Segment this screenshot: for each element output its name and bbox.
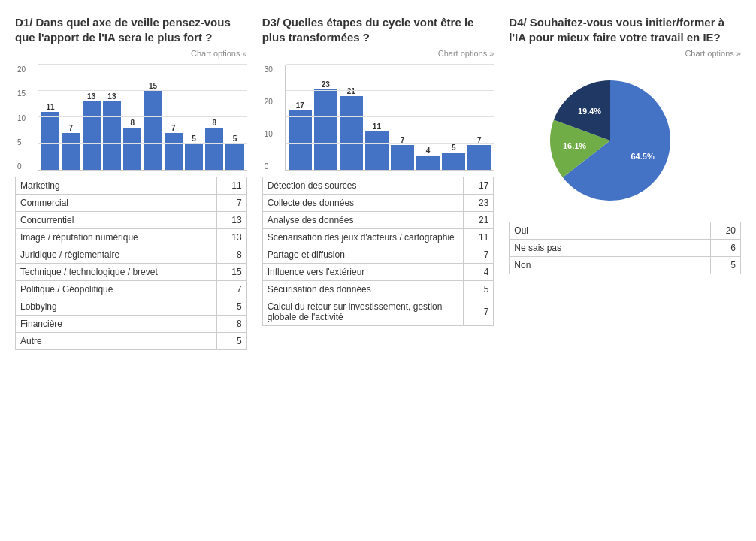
y-label: 5 <box>17 138 26 147</box>
bar-group: 7 <box>62 124 80 170</box>
table-row: Autre5 <box>16 333 247 350</box>
pie-label: 64.5% <box>631 152 654 161</box>
row-label: Oui <box>510 222 711 240</box>
row-value: 5 <box>464 281 494 298</box>
grid-line <box>286 116 494 117</box>
table-row: Image / réputation numérique13 <box>16 229 247 246</box>
row-label: Marketing <box>16 177 217 195</box>
d4-table: Oui20Ne sais pas6Non5 <box>509 222 741 274</box>
bar <box>185 144 203 170</box>
bar <box>416 156 440 170</box>
table-row: Calcul du retour sur investissement, ges… <box>262 298 494 326</box>
row-value: 4 <box>464 264 494 281</box>
row-value: 7 <box>464 246 494 264</box>
row-label: Ne sais pas <box>510 240 711 257</box>
bar <box>62 133 80 170</box>
d1-y-axis-area: 2015105011713138157585 <box>15 65 247 171</box>
row-value: 13 <box>216 212 246 229</box>
bar-group: 11 <box>41 103 59 170</box>
bar-group: 7 <box>391 136 414 170</box>
bar <box>289 110 312 170</box>
row-label: Autre <box>16 333 217 350</box>
row-value: 8 <box>216 246 246 264</box>
d1-chart-options[interactable]: Chart options » <box>15 49 247 58</box>
bar <box>365 131 389 170</box>
table-row: Ne sais pas6 <box>510 240 741 257</box>
y-axis-labels: 3020100 <box>265 65 273 171</box>
row-label: Partage et diffusion <box>262 246 464 264</box>
bar <box>314 89 337 170</box>
d3-chart-options[interactable]: Chart options » <box>262 49 494 58</box>
bar <box>442 153 465 170</box>
table-row: Influence vers l'extérieur4 <box>262 264 494 281</box>
y-label: 0 <box>265 162 273 171</box>
table-row: Oui20 <box>510 222 741 240</box>
bar-value-label: 5 <box>192 134 196 143</box>
d4-title: D4/ Souhaitez-vous vous initier/former à… <box>509 15 741 44</box>
row-label: Technique / technologique / brevet <box>16 264 217 281</box>
bar-value-label: 5 <box>233 134 237 143</box>
table-row: Sécurisation des données5 <box>262 281 494 298</box>
d4-chart-options[interactable]: Chart options » <box>509 49 741 58</box>
row-value: 21 <box>464 212 494 229</box>
row-label: Image / réputation numérique <box>16 229 217 246</box>
bar <box>391 145 414 170</box>
row-label: Collecte des données <box>262 195 464 212</box>
row-value: 6 <box>710 240 740 257</box>
d4-pie-chart: 64.5%16.1%19.4% <box>543 73 708 208</box>
y-label: 30 <box>265 65 273 74</box>
y-label: 20 <box>17 65 26 74</box>
table-row: Analyse des données21 <box>262 212 494 229</box>
row-label: Politique / Géopolitique <box>16 281 217 298</box>
row-label: Lobbying <box>16 298 217 316</box>
bar <box>41 112 59 170</box>
row-label: Scénarisation des jeux d'acteurs / carto… <box>262 229 464 246</box>
bars-container: 172321117457 <box>286 65 494 170</box>
row-value: 11 <box>464 229 494 246</box>
d1-chart-wrapper: 2015105011713138157585 <box>15 65 247 171</box>
row-value: 23 <box>464 195 494 212</box>
row-label: Détection des sources <box>262 177 464 195</box>
table-row: Financière8 <box>16 316 247 333</box>
y-label: 20 <box>265 98 273 106</box>
d3-chart-wrapper: 3020100172321117457 <box>262 65 494 171</box>
grid-line <box>38 143 247 144</box>
d4-section: D4/ Souhaitez-vous vous initier/former à… <box>509 15 741 350</box>
table-row: Commercial7 <box>16 195 247 212</box>
d1-title: D1/ Dans quel axe de veille pensez-vous … <box>15 15 247 44</box>
bar-group: 15 <box>144 82 162 170</box>
row-label: Analyse des données <box>262 212 464 229</box>
row-value: 15 <box>216 264 246 281</box>
row-label: Influence vers l'extérieur <box>262 264 464 281</box>
d3-table: Détection des sources17Collecte des donn… <box>262 177 494 326</box>
pie-label: 19.4% <box>578 107 601 116</box>
table-row: Scénarisation des jeux d'acteurs / carto… <box>262 229 494 246</box>
pie-label: 16.1% <box>563 141 586 150</box>
bar-group: 5 <box>442 144 465 170</box>
row-value: 7 <box>216 281 246 298</box>
y-axis-labels: 20151050 <box>17 65 26 171</box>
row-value: 7 <box>464 298 494 326</box>
bars-container: 11713138157585 <box>38 65 247 170</box>
bar-group: 4 <box>416 147 440 170</box>
row-label: Financière <box>16 316 217 333</box>
bar-value-label: 13 <box>107 92 116 101</box>
row-value: 7 <box>216 195 246 212</box>
bar-value-label: 7 <box>171 124 176 132</box>
bar <box>340 96 363 170</box>
bar-group: 11 <box>365 122 389 170</box>
row-label: Commercial <box>16 195 217 212</box>
bar <box>225 144 243 170</box>
table-row: Politique / Géopolitique7 <box>16 281 247 298</box>
row-label: Calcul du retour sur investissement, ges… <box>262 298 464 326</box>
row-value: 5 <box>710 257 740 274</box>
grid-line <box>286 90 494 91</box>
row-label: Juridique / règlementaire <box>16 246 217 264</box>
bar-group: 8 <box>123 119 141 170</box>
bar-group: 7 <box>467 136 491 170</box>
row-value: 13 <box>216 229 246 246</box>
bar-group: 13 <box>103 92 121 170</box>
d3-section: D3/ Quelles étapes du cycle vont être le… <box>262 15 494 350</box>
bar <box>103 101 121 170</box>
bar-group: 21 <box>340 87 363 170</box>
